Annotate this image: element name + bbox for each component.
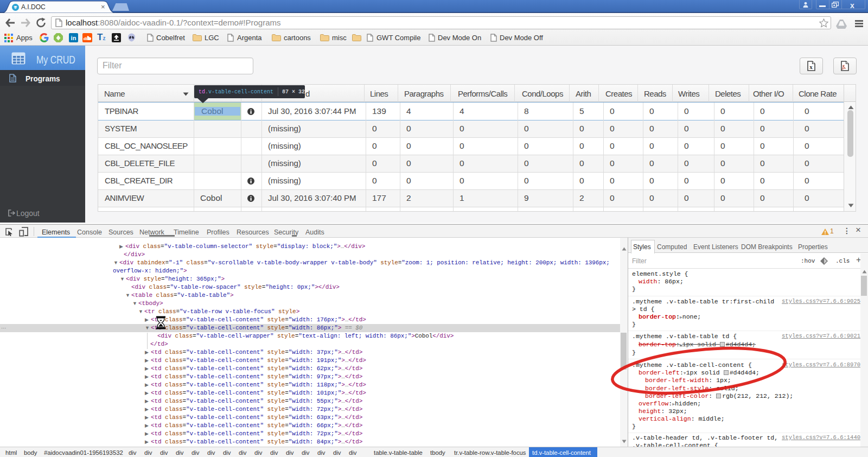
svg-text:x: x [809,64,813,70]
